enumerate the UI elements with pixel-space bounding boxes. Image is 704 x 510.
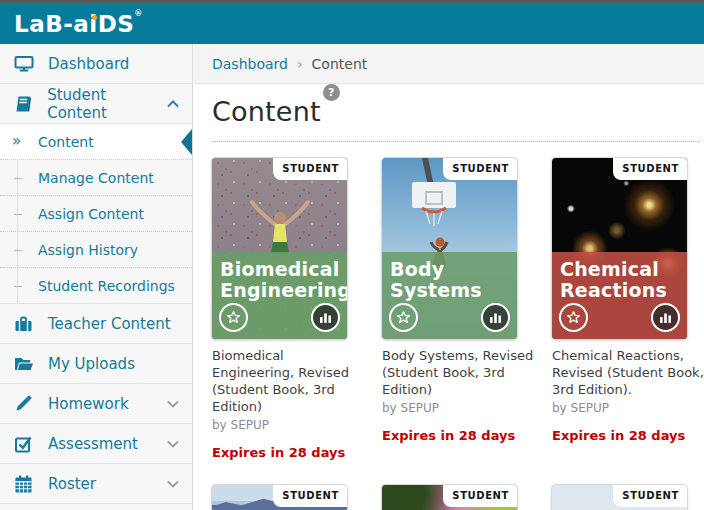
sidebar-item-homework[interactable]: Homework bbox=[0, 384, 192, 424]
bar-chart-icon bbox=[489, 312, 502, 324]
card-author: by SEPUP bbox=[382, 401, 517, 415]
card-actions bbox=[219, 303, 340, 332]
tree-tick-icon bbox=[14, 214, 22, 215]
breadcrumb-dashboard-link[interactable]: Dashboard bbox=[212, 56, 288, 72]
sidebar-subitem-manage-content[interactable]: Manage Content bbox=[0, 160, 192, 196]
tree-tick-icon bbox=[14, 178, 22, 179]
sidebar-subitem-assign-history[interactable]: Assign History bbox=[0, 232, 192, 268]
card-caption: Body Systems, Revised (Student Book, 3rd… bbox=[382, 348, 537, 399]
chevron-down-icon bbox=[166, 479, 180, 489]
expiry-warning: Expires in 28 days bbox=[212, 445, 347, 460]
content-card-biomedical-engineering: STUDENT Biomedical Engineering bbox=[212, 158, 347, 460]
sidebar-item-label: Dashboard bbox=[48, 55, 129, 73]
card-cover-link[interactable]: STUDENT bbox=[552, 485, 687, 510]
bar-chart-icon bbox=[319, 312, 332, 324]
sidebar-item-assessment[interactable]: Assessment bbox=[0, 424, 192, 464]
content-card-chemical-reactions: STUDENT Chemical Reactions Ch bbox=[552, 158, 687, 460]
card-title-overlay: Body Systems bbox=[382, 252, 517, 339]
expiry-warning: Expires in 28 days bbox=[552, 428, 687, 443]
student-badge: STUDENT bbox=[443, 485, 517, 507]
sidebar-item-student-content[interactable]: Student Content bbox=[0, 84, 192, 124]
page-head: Content? bbox=[194, 84, 704, 127]
card-actions bbox=[559, 303, 680, 332]
content-card-grid: STUDENT Biomedical Engineering bbox=[194, 142, 704, 460]
content-card-flower: STUDENT bbox=[382, 485, 517, 510]
sidebar-item-label: My Uploads bbox=[48, 355, 135, 373]
bar-chart-icon bbox=[659, 312, 672, 324]
sidebar-subitem-label: Student Recordings bbox=[38, 278, 175, 294]
sidebar-item-label: Roster bbox=[48, 475, 96, 493]
double-chevron-icon: » bbox=[12, 131, 21, 149]
logo-i-dot-icon bbox=[92, 15, 97, 20]
sidebar-subitem-label: Content bbox=[38, 134, 94, 150]
logo-text: LaB-aiDS bbox=[14, 11, 134, 37]
sidebar-subitem-label: Manage Content bbox=[38, 170, 154, 186]
sidebar-subitem-label: Assign History bbox=[38, 242, 138, 258]
favorite-star-button[interactable] bbox=[389, 303, 418, 332]
calendar-icon bbox=[14, 475, 36, 493]
app-header: LaB-aiDS® bbox=[0, 3, 704, 44]
student-badge: STUDENT bbox=[613, 485, 687, 507]
book-icon bbox=[14, 95, 35, 113]
sidebar-item-label: Assessment bbox=[48, 435, 138, 453]
sidebar-item-label: Homework bbox=[48, 395, 129, 413]
folder-open-icon bbox=[14, 356, 36, 372]
breadcrumb: Dashboard › Content bbox=[194, 44, 704, 84]
sidebar-subitem-assign-content[interactable]: Assign Content bbox=[0, 196, 192, 232]
card-title-overlay: Chemical Reactions bbox=[552, 252, 687, 339]
star-icon bbox=[395, 309, 412, 326]
breadcrumb-current: Content bbox=[312, 56, 368, 72]
sidebar-item-my-uploads[interactable]: My Uploads bbox=[0, 344, 192, 384]
reports-chart-button[interactable] bbox=[651, 303, 680, 332]
sidebar-item-dashboard[interactable]: Dashboard bbox=[0, 44, 192, 84]
monitor-icon bbox=[14, 55, 36, 73]
content-card-mountains: STUDENT bbox=[212, 485, 347, 510]
registered-mark: ® bbox=[134, 9, 143, 18]
sidebar-subitem-student-recordings[interactable]: Student Recordings bbox=[0, 268, 192, 304]
content-card-grid-row2: STUDENT STUDENT STUDENT bbox=[194, 460, 704, 510]
star-icon bbox=[225, 309, 242, 326]
content-card-body-systems: STUDENT Body Systems Body Sys bbox=[382, 158, 517, 460]
sidebar-item-teacher-content[interactable]: Teacher Content bbox=[0, 304, 192, 344]
sidebar-item-label: Teacher Content bbox=[48, 315, 171, 333]
tree-tick-icon bbox=[14, 286, 22, 287]
app-window: LaB-aiDS® Dashboard Student Content » Co… bbox=[0, 0, 704, 510]
lab-aids-logo[interactable]: LaB-aiDS® bbox=[14, 11, 143, 37]
chevron-up-icon bbox=[166, 99, 180, 109]
card-title: Biomedical Engineering bbox=[220, 259, 339, 302]
reports-chart-button[interactable] bbox=[311, 303, 340, 332]
content-card-dome: STUDENT bbox=[552, 485, 687, 510]
checkbox-check-icon bbox=[14, 435, 36, 453]
favorite-star-button[interactable] bbox=[219, 303, 248, 332]
main-content: Dashboard › Content Content? bbox=[194, 44, 704, 510]
student-badge: STUDENT bbox=[613, 158, 687, 180]
card-cover-link[interactable]: STUDENT bbox=[212, 485, 347, 510]
star-icon bbox=[565, 309, 582, 326]
favorite-star-button[interactable] bbox=[559, 303, 588, 332]
expiry-warning: Expires in 28 days bbox=[382, 428, 517, 443]
student-badge: STUDENT bbox=[273, 158, 347, 180]
card-title: Body Systems bbox=[390, 259, 509, 302]
card-cover-link[interactable]: STUDENT Body Systems bbox=[382, 158, 517, 339]
student-badge: STUDENT bbox=[443, 158, 517, 180]
sidebar-item-roster[interactable]: Roster bbox=[0, 464, 192, 504]
student-content-subnav: » Content Manage Content Assign Content … bbox=[0, 124, 192, 304]
chevron-down-icon bbox=[166, 439, 180, 449]
card-caption: Chemical Reactions, Revised (Student Boo… bbox=[552, 348, 704, 399]
reports-chart-button[interactable] bbox=[481, 303, 510, 332]
student-badge: STUDENT bbox=[273, 485, 347, 507]
card-caption: Biomedical Engineering, Revised (Student… bbox=[212, 348, 367, 416]
card-author: by SEPUP bbox=[212, 418, 347, 432]
card-actions bbox=[389, 303, 510, 332]
help-icon[interactable]: ? bbox=[323, 84, 340, 101]
card-cover-link[interactable]: STUDENT Biomedical Engineering bbox=[212, 158, 347, 339]
sidebar-subitem-content[interactable]: » Content bbox=[0, 124, 192, 160]
card-cover-link[interactable]: STUDENT bbox=[382, 485, 517, 510]
breadcrumb-separator-icon: › bbox=[297, 56, 303, 72]
page-title: Content bbox=[212, 96, 321, 127]
card-cover-link[interactable]: STUDENT Chemical Reactions bbox=[552, 158, 687, 339]
sidebar-subitem-label: Assign Content bbox=[38, 206, 144, 222]
card-author: by SEPUP bbox=[552, 401, 687, 415]
pencil-icon bbox=[14, 395, 36, 413]
sidebar: Dashboard Student Content » Content Mana… bbox=[0, 44, 193, 510]
